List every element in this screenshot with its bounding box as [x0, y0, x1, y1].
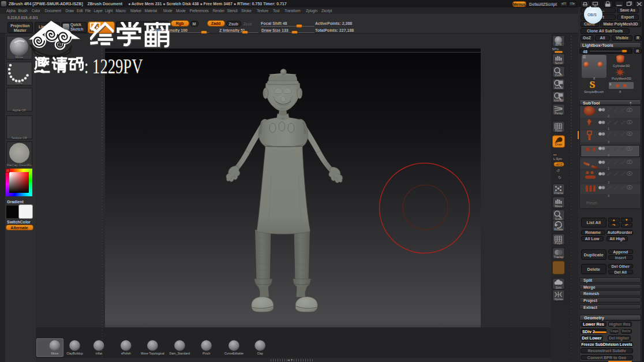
- svg-text:Transp: Transp: [554, 255, 563, 259]
- svg-text:Clay: Clay: [257, 352, 263, 355]
- svg-text:Move Topological: Move Topological: [141, 352, 164, 355]
- svg-text:Move: Move: [555, 204, 563, 208]
- svg-text:L.Sym: L.Sym: [553, 157, 563, 161]
- svg-text:Zoom: Zoom: [555, 73, 563, 77]
- svg-text:Frame: Frame: [554, 191, 563, 195]
- svg-text:Scale: Scale: [555, 217, 562, 221]
- svg-text:Actual: Actual: [555, 86, 563, 89]
- svg-text:Floor: Floor: [555, 129, 562, 132]
- svg-text:Scroll: Scroll: [555, 61, 562, 65]
- svg-text:Dam_Standard: Dam_Standard: [170, 352, 190, 355]
- svg-text:Inflat: Inflat: [95, 352, 102, 355]
- svg-text:SPix: SPix: [552, 47, 559, 51]
- svg-text:ClayBuildup: ClayBuildup: [66, 352, 83, 355]
- svg-text:BPR: BPR: [556, 43, 562, 46]
- svg-text:PolyF: PolyF: [555, 241, 563, 245]
- svg-text:>XYZ: >XYZ: [555, 163, 563, 166]
- svg-text:•••: •••: [553, 153, 557, 156]
- svg-text:Draw: Draw: [555, 143, 563, 146]
- svg-text:Rotate: Rotate: [554, 227, 563, 231]
- svg-text:CurveEditable: CurveEditable: [224, 352, 244, 355]
- svg-text:Pinch: Pinch: [203, 352, 210, 355]
- svg-text:Move: Move: [51, 352, 58, 355]
- svg-text:sPolish: sPolish: [121, 352, 131, 355]
- svg-text:Solo: Solo: [556, 286, 562, 289]
- svg-text:Persp: Persp: [555, 111, 563, 115]
- svg-text:Xpose: Xpose: [554, 297, 563, 301]
- svg-text:AAHalf: AAHalf: [554, 99, 564, 102]
- svg-text:9: 9: [609, 82, 611, 85]
- svg-text:↺: ↺: [556, 169, 560, 173]
- svg-text:↻: ↻: [558, 176, 561, 180]
